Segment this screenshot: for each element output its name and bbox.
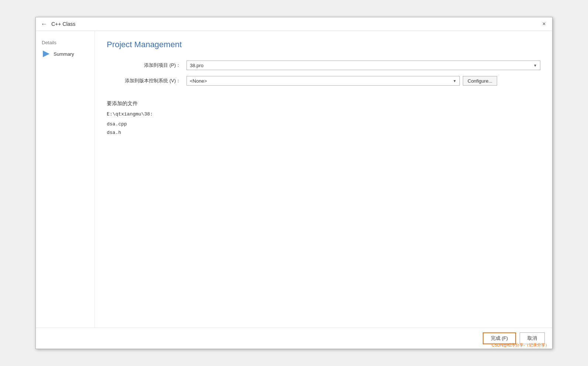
main-dialog: ← C++ Class × Details Summary Project Ma… bbox=[35, 17, 553, 349]
dialog-footer: 完成 (F) 取消 bbox=[36, 328, 552, 349]
files-path: E:\qtxiangmu\38: bbox=[107, 111, 540, 117]
finish-button[interactable]: 完成 (F) bbox=[483, 332, 516, 344]
main-content: Project Management 添加到项目 (P)： 38.pro ▼ 添… bbox=[95, 31, 552, 328]
vcs-select[interactable]: <None> ▼ bbox=[187, 76, 460, 86]
files-section-label: 要添加的文件 bbox=[107, 100, 540, 107]
form-section: 添加到项目 (P)： 38.pro ▼ 添加到版本控制系统 (V)： <None… bbox=[107, 61, 540, 86]
sidebar-item-summary[interactable]: Summary bbox=[40, 49, 91, 59]
project-select-arrow: ▼ bbox=[533, 63, 537, 68]
files-list: dsa.cpp dsa.h bbox=[107, 120, 540, 137]
title-bar-left: ← C++ Class bbox=[40, 20, 75, 28]
dialog-title: C++ Class bbox=[51, 21, 75, 27]
configure-button[interactable]: Configure... bbox=[463, 76, 497, 86]
sidebar-section-label: Details bbox=[40, 38, 91, 47]
dialog-body: Details Summary Project Management 添加到项目… bbox=[36, 31, 552, 328]
sidebar-item-label: Summary bbox=[54, 51, 74, 57]
file-item-h: dsa.h bbox=[107, 128, 540, 137]
add-to-vcs-control: <None> ▼ Configure... bbox=[187, 76, 540, 86]
form-row-vcs: 添加到版本控制系统 (V)： <None> ▼ Configure... bbox=[107, 76, 540, 86]
title-bar: ← C++ Class × bbox=[36, 17, 552, 31]
sidebar: Details Summary bbox=[36, 31, 95, 328]
close-button[interactable]: × bbox=[540, 20, 548, 28]
cancel-button[interactable]: 取消 bbox=[520, 332, 545, 344]
form-row-project: 添加到项目 (P)： 38.pro ▼ bbox=[107, 61, 540, 70]
arrow-right-shape bbox=[43, 51, 49, 57]
project-select[interactable]: 38.pro ▼ bbox=[187, 61, 540, 70]
project-select-value: 38.pro bbox=[190, 63, 204, 68]
page-heading: Project Management bbox=[107, 40, 540, 49]
add-to-project-control: 38.pro ▼ bbox=[187, 61, 540, 70]
file-item-cpp: dsa.cpp bbox=[107, 120, 540, 128]
back-button[interactable]: ← bbox=[40, 20, 48, 28]
files-section: 要添加的文件 E:\qtxiangmu\38: dsa.cpp dsa.h bbox=[107, 100, 540, 137]
vcs-select-arrow: ▼ bbox=[453, 79, 457, 83]
vcs-select-value: <None> bbox=[190, 78, 207, 84]
add-to-project-label: 添加到项目 (P)： bbox=[107, 62, 181, 69]
arrow-icon bbox=[42, 51, 51, 57]
add-to-vcs-label: 添加到版本控制系统 (V)： bbox=[107, 77, 181, 84]
